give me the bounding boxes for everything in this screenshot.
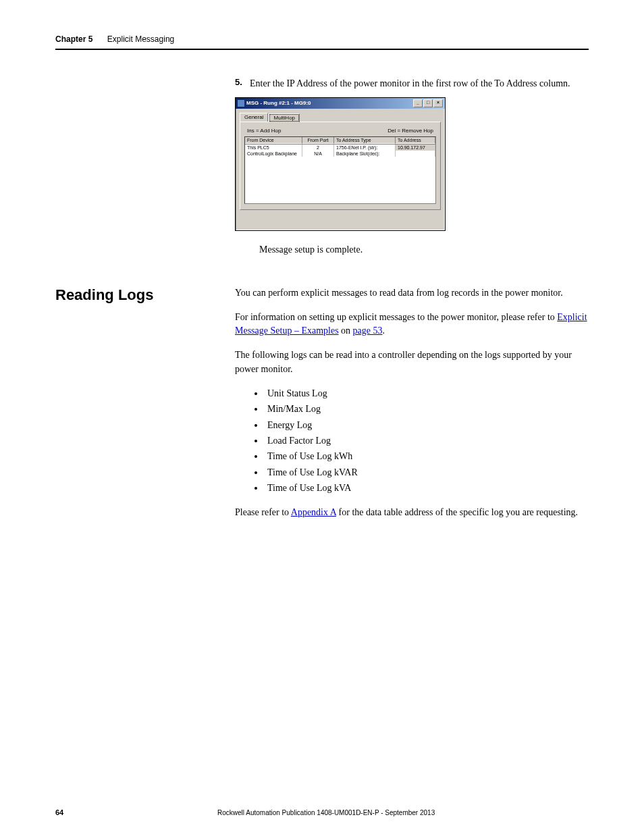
cell-from-device: This PLC5: [245, 145, 302, 151]
ins-hint: Ins = Add Hop: [247, 128, 281, 134]
dialog-title: MSG - Rung #2:1 - MG9:0: [246, 100, 311, 106]
text-span: .: [383, 325, 385, 336]
tab-general[interactable]: General: [240, 113, 268, 122]
log-list: Unit Status Log Min/Max Log Energy Log L…: [235, 387, 589, 495]
col-to-address-type[interactable]: To Address Type: [334, 137, 396, 144]
list-item: Time of Use Log kVAR: [265, 466, 589, 479]
chapter-title: Explicit Messaging: [107, 34, 174, 44]
text-span: Please refer to: [235, 507, 291, 517]
publication-id: Rockwell Automation Publication 1408-UM0…: [63, 809, 589, 816]
step-number: 5.: [235, 77, 247, 87]
dialog-icon: [238, 100, 244, 107]
text-span: For information on setting up explicit m…: [235, 312, 557, 322]
list-item: Time of Use Log kWh: [265, 450, 589, 463]
section-heading-reading-logs: Reading Logs: [55, 286, 235, 304]
cell-to-address-type: 1756-ENet I.P. (str):: [334, 145, 396, 151]
cell-from-device: ControlLogix Backplane: [245, 151, 302, 157]
link-appendix-a[interactable]: Appendix A: [291, 507, 336, 517]
multihop-panel: Ins = Add Hop Del = Remove Hop From Devi…: [240, 122, 441, 210]
text-span: on: [339, 325, 353, 336]
link-page-53[interactable]: page 53: [353, 325, 383, 336]
cell-from-port: 2: [302, 145, 334, 151]
table-row[interactable]: ControlLogix Backplane N/A Backplane Slo…: [245, 151, 435, 157]
maximize-button[interactable]: □: [423, 99, 433, 107]
list-item: Time of Use Log kVA: [265, 481, 589, 495]
list-item: Min/Max Log: [265, 402, 589, 416]
close-button[interactable]: ×: [433, 99, 443, 107]
cell-to-address-type: Backplane Slot(dec):: [334, 151, 396, 157]
hop-grid[interactable]: From Device From Port To Address Type To…: [244, 136, 436, 204]
chapter-label: Chapter 5: [55, 34, 92, 44]
cell-to-address[interactable]: 10.90.172.97: [396, 145, 435, 151]
cell-to-address[interactable]: [396, 151, 435, 157]
body-paragraph: Please refer to Appendix A for the data …: [235, 506, 589, 519]
col-from-device[interactable]: From Device: [245, 137, 302, 144]
col-to-address[interactable]: To Address: [396, 137, 435, 144]
cell-from-port: N/A: [302, 151, 334, 157]
list-item: Energy Log: [265, 419, 589, 432]
table-row[interactable]: This PLC5 2 1756-ENet I.P. (str): 10.90.…: [245, 145, 435, 151]
list-item: Load Factor Log: [265, 434, 589, 448]
page-footer: 64 Rockwell Automation Publication 1408-…: [55, 808, 589, 816]
page-number: 64: [55, 808, 63, 816]
dialog-titlebar[interactable]: MSG - Rung #2:1 - MG9:0 _ □ ×: [236, 98, 445, 109]
body-paragraph: For information on setting up explicit m…: [235, 311, 589, 338]
msg-config-dialog: MSG - Rung #2:1 - MG9:0 _ □ × General Mu…: [235, 97, 446, 231]
page-header: Chapter 5 Explicit Messaging: [55, 34, 589, 50]
completion-note: Message setup is complete.: [259, 244, 589, 255]
tab-multihop[interactable]: MultiHop: [269, 113, 300, 122]
step-instruction: Enter the IP Address of the power monito…: [250, 77, 589, 90]
list-item: Unit Status Log: [265, 387, 589, 400]
col-from-port[interactable]: From Port: [302, 137, 334, 144]
text-span: for the data table address of the specif…: [336, 507, 578, 517]
body-paragraph: You can perform explicit messages to rea…: [235, 286, 589, 300]
body-paragraph: The following logs can be read into a co…: [235, 348, 589, 376]
del-hint: Del = Remove Hop: [387, 128, 433, 134]
minimize-button[interactable]: _: [413, 99, 423, 107]
